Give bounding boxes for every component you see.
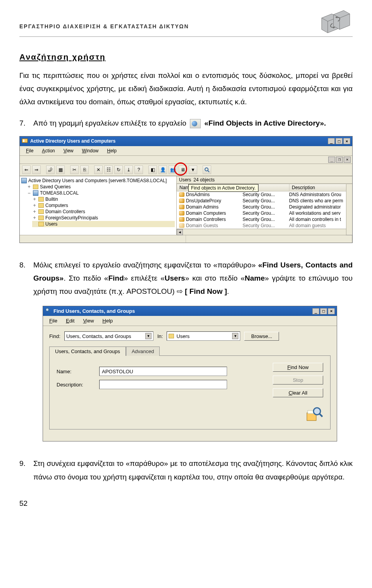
- find-menubar: File Edit View Help: [43, 316, 337, 326]
- h-scrollbar[interactable]: ◄►: [177, 229, 352, 235]
- chevron-down-icon: ▼: [232, 333, 238, 339]
- aduc-titlebar[interactable]: Active Directory Users and Computers _ □…: [20, 136, 352, 146]
- menu-view[interactable]: View: [60, 147, 78, 154]
- find-form: Name: APOSTOLOU Description:: [57, 363, 265, 422]
- search-illustration-icon: [306, 405, 323, 422]
- in-combo[interactable]: Users▼: [167, 331, 240, 341]
- svg-point-4: [205, 168, 208, 171]
- tb-new-computer[interactable]: 🖥: [179, 166, 187, 174]
- tb-up[interactable]: ⮵: [46, 166, 55, 174]
- section-heading: Αναζήτηση χρήστη: [19, 52, 353, 62]
- tb-new-group[interactable]: 👥: [169, 166, 177, 174]
- tab-users[interactable]: Users, Contacts, and Groups: [49, 347, 126, 356]
- tb-new-user[interactable]: 👤: [158, 166, 167, 174]
- menu-help[interactable]: Help: [103, 147, 121, 154]
- find-now-button[interactable]: Find Now: [273, 363, 323, 372]
- description-label: Description:: [57, 382, 99, 388]
- find-combo[interactable]: Users, Contacts, and Groups▼: [64, 331, 153, 341]
- tb-back[interactable]: ⇐: [22, 166, 31, 174]
- find-menu-file[interactable]: File: [45, 317, 61, 324]
- tb-refresh[interactable]: ↻: [114, 166, 123, 174]
- list-row: Domain AdminsSecurity Grou...Designated …: [177, 204, 352, 210]
- mdi-restore-button[interactable]: ❐: [336, 157, 343, 163]
- find-tooltip: Find objects in Active Directory.: [188, 184, 258, 192]
- find-title: Find Users, Contacts, and Groups: [53, 308, 135, 314]
- list-row: Domain ControllersSecurity Grou...All do…: [177, 216, 352, 222]
- min-button[interactable]: _: [328, 138, 335, 144]
- stop-button[interactable]: Stop: [273, 376, 323, 385]
- tb-cut[interactable]: ✂: [70, 166, 79, 174]
- tb-fwd[interactable]: ⇒: [32, 166, 41, 174]
- step-9-number: 9.: [19, 457, 28, 470]
- tb-show[interactable]: ▦: [56, 166, 65, 174]
- description-field[interactable]: [99, 380, 227, 389]
- tb-find[interactable]: [203, 166, 211, 174]
- mdi-close-button[interactable]: ×: [344, 157, 351, 163]
- svg-line-11: [319, 414, 322, 417]
- list-row: DnsAdminsSecurity Grou...DNS Administrat…: [177, 191, 352, 198]
- name-label: Name:: [57, 369, 99, 374]
- menu-window[interactable]: Window: [78, 147, 103, 154]
- aduc-title: Active Directory Users and Computers: [30, 138, 115, 144]
- find-menu-help[interactable]: Help: [98, 317, 117, 324]
- find-menu-view[interactable]: View: [79, 317, 98, 324]
- chevron-down-icon: ▼: [145, 333, 152, 339]
- tb-delete[interactable]: ✕: [94, 166, 103, 174]
- col-desc[interactable]: Description: [289, 184, 352, 191]
- svg-line-5: [208, 171, 209, 172]
- svg-point-6: [46, 308, 49, 311]
- browse-button[interactable]: Browse...: [244, 332, 279, 341]
- find-titlebar[interactable]: Find Users, Contacts, and Groups _ □ ×: [43, 306, 337, 316]
- step-8-text: Μόλις επιλεγεί το εργαλείο αναζήτησης εμ…: [33, 259, 353, 298]
- page-number: 52: [19, 499, 353, 508]
- find-label: Find:: [49, 333, 60, 339]
- find-window: Find Users, Contacts, and Groups _ □ × F…: [43, 306, 337, 441]
- in-label: In:: [157, 333, 163, 339]
- tb-new-ou[interactable]: ◧: [148, 166, 157, 174]
- find-app-icon: [45, 307, 51, 315]
- step-8-number: 8.: [19, 259, 28, 272]
- name-field[interactable]: APOSTOLOU: [99, 367, 227, 376]
- aduc-menubar: File Action View Window Help: [20, 146, 352, 156]
- aduc-toolbar: ⇐ ⇒ ⮵ ▦ ✂ ⎘ ✕ ☷ ↻ ⤓ ? ◧ 👤: [20, 164, 352, 176]
- tb-filter[interactable]: ▼: [189, 166, 197, 174]
- aduc-window: Active Directory Users and Computers _ □…: [19, 136, 353, 243]
- list-row: Domain GuestsSecurity Grou...All domain …: [177, 222, 352, 229]
- aduc-list[interactable]: Users 24 objects Find objects in Active …: [177, 176, 352, 235]
- svg-rect-3: [23, 140, 24, 142]
- find-close-button[interactable]: ×: [328, 308, 335, 314]
- clear-all-button[interactable]: Clear All: [273, 388, 323, 397]
- list-row: DnsUpdateProxySecurity Grou...DNS client…: [177, 198, 352, 204]
- tb-export[interactable]: ⤓: [124, 166, 133, 174]
- max-button[interactable]: □: [336, 138, 343, 144]
- step-7-number: 7.: [19, 117, 28, 130]
- list-row: Domain ComputersSecurity Grou...All work…: [177, 210, 352, 216]
- aduc-app-icon: [22, 138, 28, 145]
- step-7-text: Από τη γραμμή εργαλείων επιλέξτε το εργα…: [33, 117, 326, 130]
- find-min-button[interactable]: _: [312, 308, 319, 314]
- tb-help[interactable]: ?: [134, 166, 143, 174]
- find-menu-edit[interactable]: Edit: [62, 317, 78, 324]
- find-max-button[interactable]: □: [320, 308, 327, 314]
- v-scrollbar[interactable]: [346, 184, 352, 235]
- doc-header: ΕΡΓΑΣΤΗΡΙΟ ΔΙΑΧΕΙΡΙΣΗ & ΕΓΚΑΤΑΣΤΑΣΗ ΔΙΚΤ…: [19, 8, 189, 29]
- svg-line-7: [48, 311, 50, 312]
- step-9-text: Στη συνέχεια εμφανίζεται το «παράθυρο» μ…: [33, 457, 353, 483]
- mdi-min-button[interactable]: _: [328, 157, 335, 163]
- tab-advanced[interactable]: Advanced: [126, 347, 160, 356]
- servers-icon: [318, 8, 353, 35]
- intro-paragraph: Για τις περιπτώσεις που οι χρήστες είναι…: [19, 69, 353, 109]
- tb-properties[interactable]: ☷: [104, 166, 113, 174]
- find-tool-inline-icon: [190, 119, 201, 128]
- aduc-tree[interactable]: Active Directory Users and Computers [se…: [20, 176, 177, 235]
- tb-copy[interactable]: ⎘: [80, 166, 89, 174]
- menu-file[interactable]: File: [22, 147, 37, 154]
- menu-action[interactable]: Action: [38, 147, 59, 154]
- statusbar: [20, 235, 352, 243]
- close-button[interactable]: ×: [343, 138, 350, 144]
